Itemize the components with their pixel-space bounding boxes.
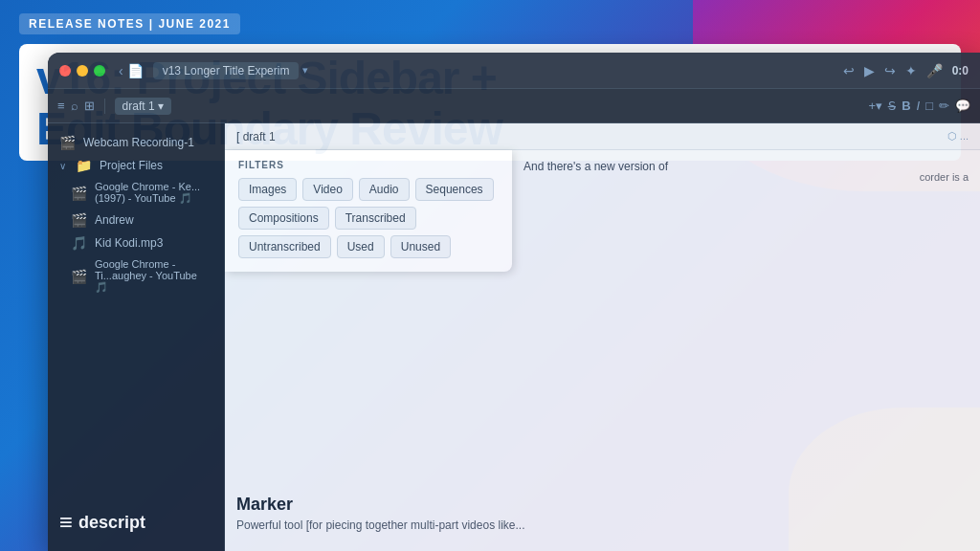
chevron-down-icon: ∨ xyxy=(59,161,66,171)
marker-title: Marker xyxy=(236,495,969,515)
main-text-body: Powerful tool [for piecing together mult… xyxy=(236,518,969,532)
sidebar-item-kidkodi[interactable]: 🎵 Kid Kodi.mp3 xyxy=(48,231,224,254)
filter-tag-untranscribed[interactable]: Untranscribed xyxy=(238,235,331,258)
sidebar-item-chrome2-label: Google Chrome - Ti...aughey - YouTube 🎵 xyxy=(95,258,212,294)
mic-icon[interactable]: 🎤 xyxy=(926,63,943,78)
box-icon[interactable]: □ xyxy=(925,99,933,113)
sidebar: 🎬 Webcam Recording-1 ∨ 📁 Project Files 🎬… xyxy=(48,123,225,551)
comment-icon[interactable]: 💬 xyxy=(955,99,970,113)
webcam-icon: 🎬 xyxy=(59,135,76,150)
filter-tag-unused[interactable]: Unused xyxy=(390,235,451,258)
draft-label[interactable]: draft 1 ▾ xyxy=(115,98,171,115)
filter-tag-compositions[interactable]: Compositions xyxy=(238,207,329,230)
toolbar: ≡ ⌕ ⊞ draft 1 ▾ +▾ S̶ B I □ ✏ 💬 xyxy=(48,89,980,123)
search-icon[interactable]: ⌕ xyxy=(71,99,78,113)
filter-tags-container: Images Video Audio Sequences Composition… xyxy=(238,178,499,258)
settings-icon[interactable]: ✦ xyxy=(905,63,917,78)
redo-icon[interactable]: ↪ xyxy=(884,63,896,78)
bold-icon[interactable]: B xyxy=(902,99,910,113)
italic-icon[interactable]: I xyxy=(917,99,921,113)
doc-icon: 📄 xyxy=(127,63,144,78)
video-icon-1: 🎬 xyxy=(71,186,87,201)
grid-icon[interactable]: ⊞ xyxy=(84,99,95,113)
add-button[interactable]: +▾ xyxy=(869,99,883,113)
filter-tag-used[interactable]: Used xyxy=(337,235,385,258)
undo-icon[interactable]: ↩ xyxy=(843,63,855,78)
lower-content: Marker Powerful tool [for piecing togeth… xyxy=(236,487,969,532)
sidebar-item-webcam[interactable]: 🎬 Webcam Recording-1 xyxy=(48,131,224,154)
traffic-light-red[interactable] xyxy=(59,65,71,77)
descript-logo-icon: ≡ xyxy=(59,509,73,536)
filter-tag-audio[interactable]: Audio xyxy=(359,178,410,201)
menu-icon[interactable]: ≡ xyxy=(57,99,65,113)
sidebar-item-project-files-label: Project Files xyxy=(100,159,163,172)
title-bar-controls: ↩ ▶ ↪ ✦ 🎤 0:0 xyxy=(843,63,969,78)
project-bar-icon: ⬡ ... xyxy=(947,130,969,143)
sidebar-item-kidkodi-label: Kid Kodi.mp3 xyxy=(95,236,163,250)
sidebar-item-webcam-label: Webcam Recording-1 xyxy=(83,136,194,149)
project-bar: [ draft 1 ⬡ ... xyxy=(225,123,980,150)
filter-tag-video[interactable]: Video xyxy=(302,178,352,201)
sidebar-item-chrome1-label: Google Chrome - Ke...(1997) - YouTube 🎵 xyxy=(95,181,212,205)
main-area: [ draft 1 ⬡ ... FILTERS Images Video Aud… xyxy=(225,123,980,551)
document-title: v13 Longer Title Experim xyxy=(153,62,300,79)
filters-panel: FILTERS Images Video Audio Sequences Com… xyxy=(225,150,512,272)
strikethrough-icon[interactable]: S̶ xyxy=(888,99,896,113)
title-dropdown-icon[interactable]: ▾ xyxy=(302,64,308,77)
sidebar-item-chrome1[interactable]: 🎬 Google Chrome - Ke...(1997) - YouTube … xyxy=(48,177,224,209)
toolbar-divider xyxy=(104,99,105,114)
sidebar-item-chrome2[interactable]: 🎬 Google Chrome - Ti...aughey - YouTube … xyxy=(48,254,224,298)
play-icon[interactable]: ▶ xyxy=(864,63,875,78)
release-badge: RELEASE NOTES | JUNE 2021 xyxy=(19,13,240,34)
toolbar-right: +▾ S̶ B I □ ✏ 💬 xyxy=(869,99,970,113)
filter-tag-transcribed[interactable]: Transcribed xyxy=(335,207,416,230)
audio-icon-1: 🎵 xyxy=(71,235,87,251)
filter-tag-images[interactable]: Images xyxy=(238,178,297,201)
time-display: 0:0 xyxy=(952,64,969,77)
sidebar-item-andrew-label: Andrew xyxy=(95,213,134,227)
right-text-content: And there's a new version of xyxy=(523,160,668,173)
recorder-text: corder is a xyxy=(920,171,969,183)
app-window: ‹ 📄 v13 Longer Title Experim ▾ ↩ ▶ ↪ ✦ 🎤… xyxy=(48,53,980,551)
filters-panel-title: FILTERS xyxy=(238,160,499,170)
traffic-light-green[interactable] xyxy=(94,65,105,77)
recorder-text-content: corder is a xyxy=(920,171,969,183)
nav-back-icon[interactable]: ‹ xyxy=(119,63,123,78)
filter-tag-sequences[interactable]: Sequences xyxy=(415,178,494,201)
descript-logo: ≡ descript xyxy=(59,509,145,536)
main-text-right: And there's a new version of xyxy=(512,150,980,184)
traffic-light-yellow[interactable] xyxy=(77,65,88,77)
descript-logo-text: descript xyxy=(78,513,145,533)
sidebar-item-project-files[interactable]: ∨ 📁 Project Files xyxy=(48,154,224,177)
app-body: 🎬 Webcam Recording-1 ∨ 📁 Project Files 🎬… xyxy=(48,123,980,551)
video-icon-2: 🎬 xyxy=(71,212,87,228)
video-icon-3: 🎬 xyxy=(71,269,87,284)
sidebar-item-andrew[interactable]: 🎬 Andrew xyxy=(48,209,224,231)
folder-icon: 📁 xyxy=(76,158,92,173)
title-bar-nav: ‹ 📄 v13 Longer Title Experim ▾ xyxy=(119,62,308,79)
pen-icon[interactable]: ✏ xyxy=(939,99,949,113)
project-bar-title: [ draft 1 xyxy=(236,130,276,143)
title-bar: ‹ 📄 v13 Longer Title Experim ▾ ↩ ▶ ↪ ✦ 🎤… xyxy=(48,53,980,89)
